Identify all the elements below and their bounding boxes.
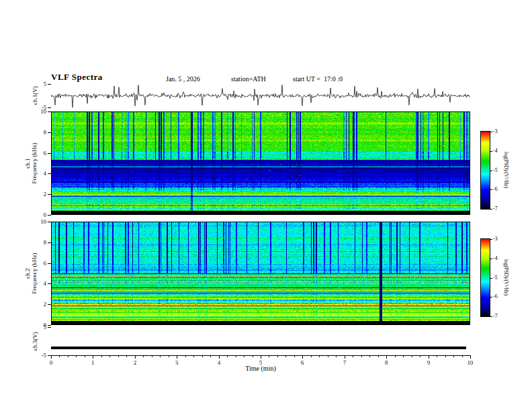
axis-tick — [185, 355, 186, 357]
vlf-spectra-figure: VLF Spectra Jan. 5 , 2026 station=ATH st… — [0, 0, 532, 411]
axis-tick — [51, 355, 52, 359]
axis-tick — [353, 355, 353, 357]
axis-tick — [437, 355, 437, 357]
colorbar-tick-label: -4 — [493, 148, 498, 154]
ch3-flatline-trace — [51, 347, 466, 349]
axis-tick — [412, 355, 412, 357]
axis-tick — [261, 355, 261, 359]
axis-tick — [48, 194, 51, 195]
axis-label-line: Frequency (kHz) — [31, 142, 38, 183]
ch2-spectrogram — [52, 222, 470, 324]
axis-tick — [126, 355, 127, 357]
colorbar-ch2 — [480, 238, 490, 317]
axis-tick — [403, 355, 404, 357]
tick-label: 2 — [128, 359, 142, 366]
axis-tick — [48, 111, 51, 112]
axis-label-line: Frequency (kHz) — [31, 253, 38, 293]
axis-tick — [490, 209, 492, 210]
colorbar-tick-label: -7 — [493, 313, 498, 319]
axis-label-line: ch.1 — [24, 142, 31, 183]
ch1-voltage-axis-label: ch.1(V) — [32, 86, 38, 105]
tick-label: 4 — [33, 170, 46, 177]
axis-tick — [429, 355, 429, 359]
axis-tick — [48, 283, 51, 284]
tick-label: 5 — [33, 324, 46, 330]
axis-tick — [48, 107, 51, 108]
colorbar-tick-label: -5 — [493, 275, 498, 281]
axis-tick — [48, 132, 51, 133]
tick-label: 0 — [44, 359, 58, 366]
tick-label: 4 — [212, 359, 226, 366]
tick-label: 2 — [33, 301, 46, 308]
tick-label: 9 — [422, 359, 435, 366]
colorbar-tick-label: -3 — [493, 128, 498, 134]
figure-date: Jan. 5 , 2026 — [166, 75, 200, 83]
axis-tick — [143, 355, 144, 357]
colorbar-tick-label: -3 — [493, 236, 498, 242]
axis-tick — [48, 304, 51, 305]
axis-tick — [93, 355, 93, 359]
axis-tick — [118, 355, 119, 357]
tick-label: 8 — [33, 239, 46, 246]
ch2-spectrogram-panel — [51, 222, 470, 325]
tick-label: 10 — [33, 108, 46, 115]
axis-tick — [277, 355, 278, 357]
axis-tick — [490, 259, 492, 259]
ch1-waveform-plot — [51, 84, 470, 107]
axis-tick — [453, 355, 454, 357]
axis-tick — [302, 355, 303, 359]
axis-tick — [445, 355, 446, 357]
axis-tick — [285, 355, 286, 357]
axis-tick — [470, 355, 471, 359]
axis-tick — [101, 355, 102, 357]
tick-label: 3 — [170, 359, 183, 366]
axis-tick — [85, 355, 85, 357]
axis-tick — [490, 239, 492, 240]
colorbar-tick-label: -6 — [493, 186, 498, 192]
figure-title: VLF Spectra — [51, 72, 103, 83]
axis-tick — [369, 355, 370, 357]
axis-tick — [294, 355, 295, 357]
axis-tick — [48, 263, 51, 264]
axis-tick — [269, 355, 269, 357]
axis-tick — [490, 171, 492, 171]
axis-tick — [227, 355, 228, 357]
axis-tick — [152, 355, 152, 357]
tick-label: 0 — [33, 212, 46, 218]
axis-tick — [386, 355, 387, 359]
axis-tick — [48, 84, 51, 85]
axis-tick — [490, 151, 492, 152]
axis-tick — [48, 222, 51, 222]
figure-station: station=ATH — [231, 75, 266, 83]
tick-label: 5 — [254, 359, 267, 366]
axis-tick — [109, 355, 110, 357]
tick-label: 8 — [380, 359, 393, 366]
axis-tick — [48, 327, 51, 328]
colorbar-ch1-label: log(PSD)/(V²/Hz) — [503, 152, 509, 188]
tick-label: -5 — [33, 352, 46, 359]
axis-tick — [177, 355, 177, 359]
colorbar-tick-label: -5 — [493, 167, 498, 173]
tick-label: 6 — [33, 260, 46, 267]
tick-label: 1 — [86, 359, 99, 366]
colorbar-tick-label: -7 — [493, 205, 498, 212]
tick-label: 6 — [296, 359, 309, 366]
axis-tick — [490, 316, 492, 317]
ch1-frequency-axis-label: ch.1 Frequency (kHz) — [24, 142, 38, 183]
axis-tick — [244, 355, 245, 357]
ch1-spectrogram — [52, 112, 470, 214]
tick-label: 5 — [33, 81, 46, 87]
axis-tick — [311, 355, 312, 357]
axis-tick — [490, 189, 492, 190]
axis-tick — [68, 355, 69, 357]
tick-label: 2 — [33, 191, 46, 197]
colorbar-tick-label: -4 — [493, 255, 498, 261]
axis-tick — [420, 355, 420, 357]
axis-tick — [48, 173, 51, 174]
axis-tick — [160, 355, 161, 357]
tick-label: 7 — [338, 359, 351, 366]
axis-tick — [210, 355, 211, 357]
axis-tick — [328, 355, 328, 357]
axis-tick — [202, 355, 203, 357]
axis-tick — [76, 355, 77, 357]
